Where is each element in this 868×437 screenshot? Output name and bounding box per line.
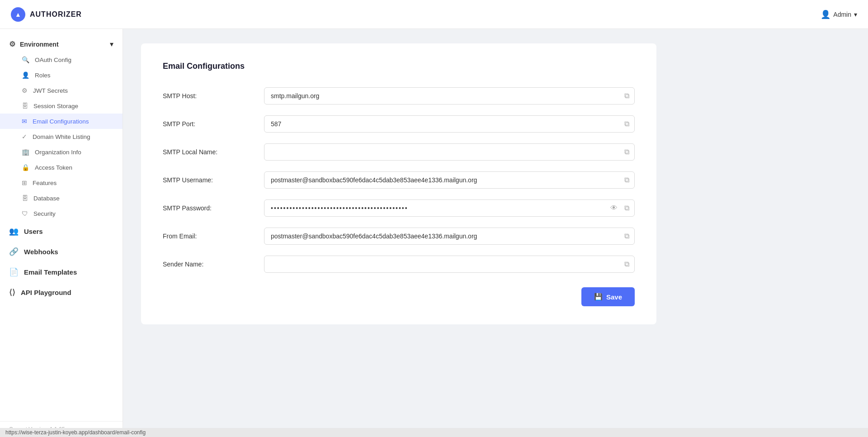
input-smtp-host[interactable] [264, 87, 635, 104]
sidebar-item-label-database: Database [33, 195, 60, 202]
sidebar-item-label-oauth-config: OAuth Config [35, 57, 71, 63]
sidebar-item-label-email-configurations: Email Configurations [33, 118, 89, 125]
oauth-config-icon: 🔍 [22, 56, 29, 63]
app-title: AUTHORIZER [30, 10, 82, 19]
main-nav-label-email-templates: Email Templates [24, 268, 77, 276]
organization-info-icon: 🏢 [22, 148, 29, 156]
logo-area: ▲ AUTHORIZER [11, 7, 82, 22]
form-field-wrap-smtp-username: ⧉ [264, 171, 635, 189]
sidebar-item-label-jwt-secrets: JWT Secrets [33, 87, 68, 94]
form-label-from-email: From Email: [163, 233, 253, 240]
form-field-wrap-smtp-password: 👁⧉ [264, 200, 635, 217]
form-row-smtp-password: SMTP Password:👁⧉ [163, 200, 635, 217]
session-storage-icon: 🗄 [22, 102, 28, 109]
form-field-wrap-smtp-local-name: ⧉ [264, 143, 635, 161]
database-icon: 🗄 [22, 195, 28, 202]
page-title: Email Configurations [163, 62, 635, 71]
form-row-sender-name: Sender Name:⧉ [163, 256, 635, 273]
main-content: Email Configurations SMTP Host:⧉SMTP Por… [123, 29, 868, 437]
sidebar-item-session-storage[interactable]: 🗄Session Storage [0, 98, 123, 114]
sidebar-item-label-access-token: Access Token [35, 164, 72, 171]
url-text: https://wise-terza-justin-koyeb.app/dash… [5, 429, 146, 436]
environment-section-header[interactable]: ⚙ Environment ▾ [0, 36, 123, 52]
form-row-smtp-host: SMTP Host:⧉ [163, 87, 635, 104]
sidebar-main-item-users[interactable]: 👥Users [0, 221, 123, 242]
sidebar-item-label-roles: Roles [35, 72, 51, 79]
main-nav-items: 👥Users🔗Webhooks📄Email Templates⟨⟩API Pla… [0, 221, 123, 303]
save-button[interactable]: 💾 Save [581, 287, 635, 306]
sidebar-item-roles[interactable]: 👤Roles [0, 67, 123, 83]
form-label-smtp-local-name: SMTP Local Name: [163, 148, 253, 156]
webhooks-icon: 🔗 [9, 247, 19, 256]
api-playground-icon: ⟨⟩ [9, 288, 15, 297]
input-smtp-port[interactable] [264, 115, 635, 133]
copy-button-smtp-local-name[interactable]: ⧉ [623, 147, 630, 157]
users-icon: 👥 [9, 227, 19, 236]
top-header: ▲ AUTHORIZER 👤 Admin ▾ [0, 0, 868, 29]
email-templates-icon: 📄 [9, 267, 19, 277]
input-smtp-local-name[interactable] [264, 143, 635, 161]
sidebar-item-jwt-secrets[interactable]: ⚙JWT Secrets [0, 83, 123, 98]
toggle-password-button-smtp-password[interactable]: 👁 [609, 203, 618, 213]
environment-items: 🔍OAuth Config👤Roles⚙JWT Secrets🗄Session … [0, 52, 123, 221]
sidebar-main-item-api-playground[interactable]: ⟨⟩API Playground [0, 282, 123, 303]
chevron-down-icon: ▾ [110, 40, 113, 48]
email-config-form: SMTP Host:⧉SMTP Port:⧉SMTP Local Name:⧉S… [163, 87, 635, 273]
environment-label: Environment [20, 41, 59, 48]
access-token-icon: 🔒 [22, 164, 29, 171]
copy-button-smtp-username[interactable]: ⧉ [623, 175, 630, 185]
form-label-smtp-host: SMTP Host: [163, 92, 253, 100]
sidebar-main-item-email-templates[interactable]: 📄Email Templates [0, 262, 123, 282]
sidebar-main-item-webhooks[interactable]: 🔗Webhooks [0, 242, 123, 262]
sidebar-item-features[interactable]: ⊞Features [0, 175, 123, 190]
sidebar-item-database[interactable]: 🗄Database [0, 190, 123, 206]
input-from-email[interactable] [264, 228, 635, 245]
sidebar-item-access-token[interactable]: 🔒Access Token [0, 160, 123, 175]
jwt-secrets-icon: ⚙ [22, 87, 28, 94]
admin-label: Admin [833, 11, 851, 18]
copy-button-smtp-port[interactable]: ⧉ [623, 119, 630, 129]
copy-button-smtp-password[interactable]: ⧉ [623, 203, 630, 213]
layout: ⚙ Environment ▾ 🔍OAuth Config👤Roles⚙JWT … [0, 29, 868, 437]
form-label-sender-name: Sender Name: [163, 261, 253, 268]
email-configurations-icon: ✉ [22, 118, 27, 125]
copy-button-sender-name[interactable]: ⧉ [623, 259, 630, 269]
input-sender-name[interactable] [264, 256, 635, 273]
form-label-smtp-password: SMTP Password: [163, 204, 253, 212]
save-icon: 💾 [594, 293, 603, 301]
sidebar-item-oauth-config[interactable]: 🔍OAuth Config [0, 52, 123, 67]
admin-menu[interactable]: 👤 Admin ▾ [821, 10, 857, 19]
main-nav-label-api-playground: API Playground [21, 289, 71, 296]
domain-white-listing-icon: ✓ [22, 133, 27, 140]
sidebar-item-label-security: Security [33, 210, 56, 217]
sidebar-item-label-features: Features [33, 180, 57, 186]
form-row-smtp-username: SMTP Username:⧉ [163, 171, 635, 189]
copy-button-smtp-host[interactable]: ⧉ [623, 91, 630, 101]
form-field-wrap-smtp-port: ⧉ [264, 115, 635, 133]
form-label-smtp-username: SMTP Username: [163, 176, 253, 184]
form-field-wrap-sender-name: ⧉ [264, 256, 635, 273]
form-row-smtp-local-name: SMTP Local Name:⧉ [163, 143, 635, 161]
main-nav-label-webhooks: Webhooks [24, 248, 58, 256]
copy-button-from-email[interactable]: ⧉ [623, 231, 630, 241]
form-field-wrap-smtp-host: ⧉ [264, 87, 635, 104]
url-bar: https://wise-terza-justin-koyeb.app/dash… [0, 428, 868, 437]
sidebar-item-security[interactable]: 🛡Security [0, 206, 123, 221]
form-label-smtp-port: SMTP Port: [163, 120, 253, 128]
sidebar-item-label-domain-white-listing: Domain White Listing [33, 133, 90, 140]
sidebar: ⚙ Environment ▾ 🔍OAuth Config👤Roles⚙JWT … [0, 29, 123, 437]
sidebar-item-domain-white-listing[interactable]: ✓Domain White Listing [0, 129, 123, 144]
sidebar-item-organization-info[interactable]: 🏢Organization Info [0, 144, 123, 160]
sidebar-item-email-configurations[interactable]: ✉Email Configurations [0, 114, 123, 129]
sidebar-item-label-organization-info: Organization Info [35, 149, 81, 156]
form-field-wrap-from-email: ⧉ [264, 228, 635, 245]
features-icon: ⊞ [22, 179, 27, 186]
main-nav-label-users: Users [24, 228, 43, 235]
user-icon: 👤 [821, 10, 830, 19]
input-smtp-password[interactable] [264, 200, 635, 217]
roles-icon: 👤 [22, 71, 29, 79]
logo-triangle-icon: ▲ [11, 7, 25, 22]
chevron-down-icon: ▾ [854, 11, 857, 18]
input-smtp-username[interactable] [264, 171, 635, 189]
save-label: Save [606, 293, 622, 301]
